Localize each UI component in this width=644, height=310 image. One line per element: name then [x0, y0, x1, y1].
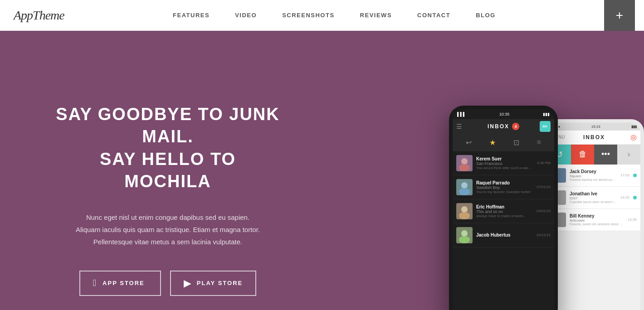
phone2-mail-item: Jack Dorsey Square Foworki topoing ron d…: [548, 165, 640, 187]
hero-section: SAY GOODBYE TO JUNK MAIL. SAY HELLO TO M…: [0, 31, 644, 310]
phone1-avatar-2: [456, 179, 473, 195]
phone2-time: 15:23: [591, 125, 600, 129]
phone2-mail-info-3: Bill Kenney Articulate Foworki, sweet ro…: [570, 213, 624, 226]
phone1-signal: ▌▌▌: [457, 112, 466, 116]
phone1-compose-button[interactable]: ✏: [540, 121, 551, 132]
phone2-inbox-label: INBOX: [583, 134, 605, 140]
svg-point-11: [459, 236, 470, 243]
phone1-battery: ▮▮▮: [543, 112, 550, 116]
phone2-unread-dot-1: [633, 174, 637, 177]
phone2-delete-action[interactable]: 🗑: [571, 145, 594, 165]
phone2-compass-icon: ◎: [630, 133, 637, 141]
phone2-mockup: ●●●● 15:23 ▮▮▮ MENU INBOX ◎ ↺ 🗑 •••: [544, 119, 644, 310]
phone1-mail-item: Raquel Parrado Swedish Boy You're my fav…: [453, 175, 554, 199]
main-nav: FEATURES VIDEO SCREENSHOTS REVIEWS CONTA…: [160, 0, 508, 31]
header: AppTheme FEATURES VIDEO SCREENSHOTS REVI…: [0, 0, 644, 31]
svg-point-5: [459, 188, 470, 195]
phone1-mail-info-4: Jacob Hubertus: [476, 232, 533, 237]
hero-buttons:  APP STORE ▶ PLAY STORE: [54, 271, 281, 296]
phone2-swipe-actions: ↺ 🗑 ••• ›: [548, 145, 640, 165]
phone1-avatar-1: [456, 155, 473, 171]
nav-screenshots[interactable]: SCREENSHOTS: [269, 0, 347, 31]
phone2-more-action[interactable]: •••: [594, 145, 617, 165]
phone1-action-bar: ↩ ★ ⊡ ⌗: [453, 134, 554, 151]
logo[interactable]: AppTheme: [14, 8, 64, 23]
apple-icon: : [93, 278, 97, 288]
play-store-button[interactable]: ▶ PLAY STORE: [170, 271, 256, 296]
phone1-star-icon: ★: [489, 138, 496, 147]
nav-video[interactable]: VIDEO: [222, 0, 269, 31]
phone1-archive-icon: ⊡: [513, 138, 519, 147]
phone2-mail-item: Bill Kenney Articulate Foworki, sweet ro…: [548, 209, 640, 231]
phone1-inbox-label: INBOX: [488, 123, 509, 130]
phone2-battery: ▮▮▮: [631, 125, 637, 129]
hero-content: SAY GOODBYE TO JUNK MAIL. SAY HELLO TO M…: [0, 31, 308, 310]
phone1-reply-icon: ↩: [466, 138, 472, 147]
phone1-mail-item: Jacob Hubertus 20/12/12: [453, 223, 554, 247]
phone1-tag-icon: ⌗: [537, 138, 541, 147]
phone1-mockup: ▌▌▌ 10:35 ▮▮▮ ☰ INBOX 4 ✏: [449, 106, 558, 310]
phone2-inbox-header: MENU INBOX ◎: [548, 131, 640, 145]
svg-point-8: [459, 212, 470, 219]
phone1-avatar-3: [456, 203, 473, 219]
phones-mockup: ▌▌▌ 10:35 ▮▮▮ ☰ INBOX 4 ✏: [449, 106, 644, 310]
phone2-mail-item: Jonathan Ive iOS7 Cupcake ipsum dolor si…: [548, 187, 640, 209]
play-icon: ▶: [184, 278, 191, 289]
phone2-mail-info-2: Jonathan Ive iOS7 Cupcake ipsum dolor si…: [570, 191, 617, 203]
svg-point-4: [461, 182, 468, 189]
phone1-inbox-header: ☰ INBOX 4 ✏: [453, 119, 554, 134]
phone1-status-bar: ▌▌▌ 10:35 ▮▮▮: [453, 109, 554, 119]
phone1-mail-info-3: Eric Hoffman This and so on always have …: [476, 204, 533, 218]
phone1-mail-item: Eric Hoffman This and so on always have …: [453, 199, 554, 223]
nav-blog[interactable]: BLOG: [463, 0, 508, 31]
phone1-inbox-badge: 4: [512, 123, 519, 130]
phone2-status-bar: ●●●● 15:23 ▮▮▮: [548, 123, 640, 131]
hero-title: SAY GOODBYE TO JUNK MAIL. SAY HELLO TO M…: [54, 103, 281, 193]
hero-subtitle: Nunc eget nisl ut enim congue dapibus se…: [54, 211, 281, 248]
phone1-mail-info-2: Raquel Parrado Swedish Boy You're my fav…: [476, 180, 533, 194]
menu-toggle-button[interactable]: +: [604, 0, 635, 31]
phone1-mail-info-1: Kerem Suer San Francisco You wou'd think…: [476, 156, 533, 170]
nav-reviews[interactable]: REVIEWS: [347, 0, 405, 31]
svg-point-2: [459, 164, 470, 171]
phone1-avatar-4: [456, 227, 473, 243]
phone2-next-action[interactable]: ›: [617, 145, 640, 165]
svg-point-10: [461, 230, 468, 237]
app-store-button[interactable]:  APP STORE: [79, 271, 161, 296]
nav-features[interactable]: FEATURES: [160, 0, 222, 31]
phone1-mail-item: Kerem Suer San Francisco You wou'd think…: [453, 151, 554, 175]
phone2-unread-dot-2: [633, 196, 637, 199]
nav-contact[interactable]: CONTACT: [405, 0, 463, 31]
svg-point-7: [461, 206, 468, 213]
phone2-mail-info-1: Jack Dorsey Square Foworki topoing ron d…: [570, 169, 617, 181]
phone1-menu-icon: ☰: [456, 123, 462, 130]
svg-point-1: [461, 158, 468, 165]
phone1-time: 10:35: [499, 112, 510, 116]
